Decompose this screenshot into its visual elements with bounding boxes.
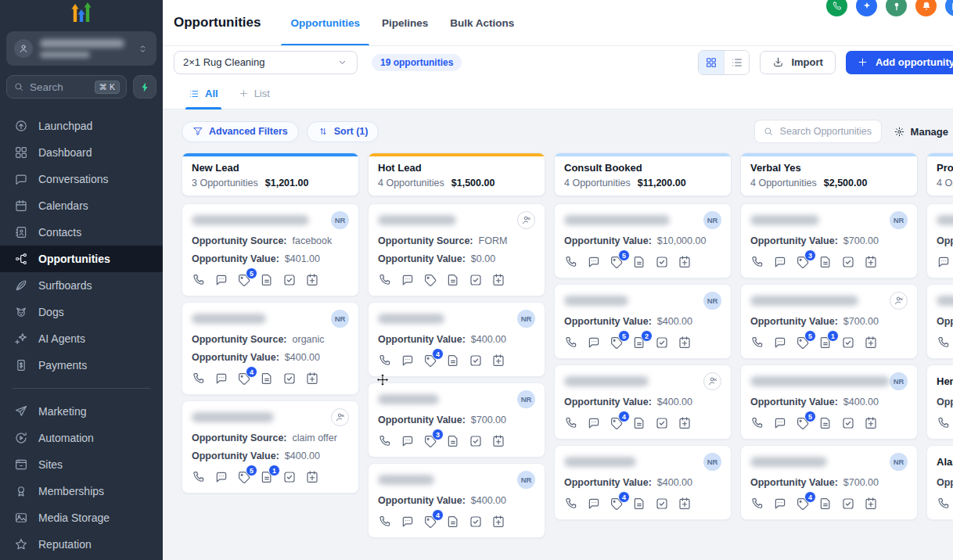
- doc-action-icon[interactable]: 2: [632, 336, 646, 350]
- sidebar-item-payments[interactable]: Payments: [0, 352, 163, 379]
- unassigned-user-icon[interactable]: [890, 292, 908, 310]
- sidebar-item-automation[interactable]: Automation: [0, 425, 163, 451]
- phone-action-icon[interactable]: [564, 416, 578, 430]
- phone-action-icon[interactable]: [378, 273, 392, 287]
- opportunity-card[interactable]: Alan G Oppor: [926, 445, 953, 520]
- opportunity-card[interactable]: NR Opportunity Value: $400.00 4: [368, 302, 545, 377]
- tag-action-icon[interactable]: 4: [796, 497, 810, 511]
- tag-action-icon[interactable]: 4: [610, 497, 624, 511]
- chat-action-icon[interactable]: [937, 255, 951, 269]
- sidebar-item-marketing[interactable]: Marketing: [0, 398, 163, 425]
- doc-action-icon[interactable]: 1: [260, 470, 274, 484]
- chat-action-icon[interactable]: [401, 515, 415, 529]
- tag-action-icon[interactable]: [423, 273, 437, 287]
- sidebar-item-ai-agents[interactable]: AI Agents: [0, 325, 163, 352]
- sidebar-item-memberships[interactable]: Memberships: [0, 478, 163, 504]
- tag-action-icon[interactable]: 5: [610, 255, 624, 269]
- view-tab-add-list[interactable]: List: [239, 78, 270, 109]
- opportunity-card[interactable]: NR Opportunity Value: $400.00 5: [740, 364, 918, 440]
- assigned-user-avatar[interactable]: NR: [890, 211, 908, 229]
- sidebar-item-media-storage[interactable]: Media Storage: [0, 504, 163, 531]
- opportunity-card[interactable]: Oppor: [926, 203, 953, 278]
- phone-action-icon[interactable]: [378, 354, 392, 368]
- tab-pipelines[interactable]: Pipelines: [382, 0, 428, 45]
- opportunity-card[interactable]: NR Opportunity Value: $400.00 52: [554, 284, 732, 359]
- calendar-plus-action-icon[interactable]: [678, 416, 692, 430]
- chat-action-icon[interactable]: [587, 497, 601, 511]
- tag-action-icon[interactable]: 4: [423, 354, 437, 368]
- assigned-user-avatar[interactable]: NR: [517, 471, 535, 489]
- phone-action-icon[interactable]: [750, 416, 764, 430]
- tag-action-icon[interactable]: 4: [237, 372, 251, 386]
- chat-action-icon[interactable]: [587, 255, 601, 269]
- opportunity-card[interactable]: NR Opportunity Value: $400.00 4: [554, 445, 732, 520]
- chat-action-icon[interactable]: [773, 336, 787, 350]
- tag-action-icon[interactable]: 5: [796, 336, 810, 350]
- opportunity-card[interactable]: NR Opportunity Value: $400.00 4: [368, 463, 545, 538]
- calendar-plus-action-icon[interactable]: [864, 255, 878, 269]
- check-action-icon[interactable]: [469, 434, 483, 448]
- opportunity-card[interactable]: NR Opportunity Value: $10,000.00 5: [554, 203, 732, 278]
- check-action-icon[interactable]: [841, 336, 855, 350]
- chat-action-icon[interactable]: [401, 273, 415, 287]
- doc-action-icon[interactable]: [818, 497, 833, 511]
- assigned-user-avatar[interactable]: NR: [517, 390, 535, 408]
- chat-action-icon[interactable]: [214, 372, 228, 386]
- unassigned-user-icon[interactable]: [331, 408, 349, 426]
- check-action-icon[interactable]: [841, 255, 855, 269]
- sort-button[interactable]: Sort (1): [307, 121, 379, 142]
- chat-action-icon[interactable]: [773, 416, 787, 430]
- chat-action-icon[interactable]: [773, 497, 787, 511]
- sidebar-item-dashboard[interactable]: Dashboard: [0, 139, 163, 166]
- calendar-plus-action-icon[interactable]: [491, 273, 505, 287]
- chat-action-icon[interactable]: [214, 470, 228, 484]
- advanced-filters-button[interactable]: Advanced Filters: [182, 121, 299, 142]
- opportunity-card[interactable]: NR Opportunity Value: $700.00 4: [740, 445, 918, 520]
- opportunity-card[interactable]: NR Opportunity Source: facebook Opportun…: [182, 203, 359, 296]
- opportunity-card[interactable]: NR Opportunity Source: organic Opportuni…: [182, 302, 359, 395]
- assigned-user-avatar[interactable]: NR: [517, 310, 535, 328]
- check-action-icon[interactable]: [655, 255, 669, 269]
- phone-action-icon[interactable]: [564, 336, 578, 350]
- phone-action-icon[interactable]: [564, 255, 578, 269]
- doc-action-icon[interactable]: [632, 416, 646, 430]
- calendar-plus-action-icon[interactable]: [305, 470, 319, 484]
- opportunity-card[interactable]: Oppor: [926, 284, 953, 359]
- calendar-plus-action-icon[interactable]: [864, 497, 878, 511]
- sidebar-item-reputation[interactable]: Reputation: [0, 531, 163, 558]
- phone-action-icon[interactable]: [192, 273, 206, 287]
- assigned-user-avatar[interactable]: NR: [703, 292, 721, 310]
- opportunity-card[interactable]: NR Opportunity Value: $700.00 3: [368, 382, 545, 458]
- check-action-icon[interactable]: [469, 515, 483, 529]
- quick-actions-button[interactable]: [133, 75, 156, 99]
- assigned-user-avatar[interactable]: NR: [703, 211, 721, 229]
- check-action-icon[interactable]: [655, 416, 669, 430]
- check-action-icon[interactable]: [282, 273, 297, 287]
- chat-action-icon[interactable]: [773, 255, 787, 269]
- doc-action-icon[interactable]: [632, 255, 646, 269]
- tag-action-icon[interactable]: 5: [237, 273, 251, 287]
- check-action-icon[interactable]: [655, 336, 669, 350]
- assigned-user-avatar[interactable]: NR: [890, 453, 908, 471]
- check-action-icon[interactable]: [469, 273, 483, 287]
- sidebar-item-launchpad[interactable]: Launchpad: [0, 113, 163, 139]
- phone-action-icon[interactable]: [937, 416, 951, 430]
- sidebar-item-calendars[interactable]: Calendars: [0, 192, 163, 219]
- opportunity-card[interactable]: Opportunity Value: $400.00 4: [554, 364, 732, 440]
- grid-view-button[interactable]: [699, 51, 724, 74]
- opportunity-card[interactable]: Henry Oppor: [926, 364, 953, 440]
- calendar-plus-action-icon[interactable]: [678, 255, 692, 269]
- doc-action-icon[interactable]: [260, 273, 274, 287]
- check-action-icon[interactable]: [655, 497, 669, 511]
- tag-action-icon[interactable]: 3: [796, 255, 810, 269]
- import-button[interactable]: Import: [760, 51, 835, 74]
- phone-circle-button[interactable]: [826, 0, 847, 16]
- chat-action-icon[interactable]: [587, 416, 601, 430]
- sidebar-item-dogs[interactable]: Dogs: [0, 299, 163, 325]
- chat-action-icon[interactable]: [587, 336, 601, 350]
- phone-action-icon[interactable]: [750, 336, 764, 350]
- list-view-button[interactable]: [724, 51, 749, 74]
- chat-action-icon[interactable]: [401, 434, 415, 448]
- check-action-icon[interactable]: [841, 497, 855, 511]
- manage-fields-button[interactable]: Manage: [894, 126, 948, 138]
